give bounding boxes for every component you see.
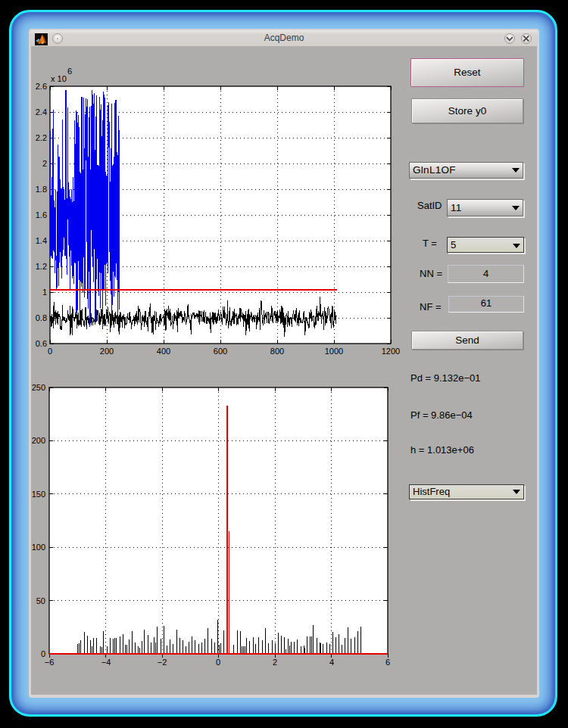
svg-text:200: 200 [100,347,114,356]
svg-text:2.6: 2.6 [36,82,47,91]
svg-text:2: 2 [273,658,277,667]
svg-text:0: 0 [48,347,52,356]
svg-text:−4: −4 [101,658,111,667]
svg-text:100: 100 [32,543,45,552]
svg-text:2: 2 [42,159,47,168]
svg-text:2.4: 2.4 [36,107,47,117]
svg-text:−6: −6 [45,658,55,667]
svg-text:600: 600 [214,347,227,356]
svg-text:−2: −2 [158,658,167,667]
svg-text:50: 50 [36,596,45,605]
svg-text:0.8: 0.8 [36,313,47,322]
svg-text:400: 400 [157,347,170,356]
svg-text:0: 0 [216,658,220,667]
svg-text:800: 800 [270,347,284,356]
svg-text:2.2: 2.2 [36,133,47,142]
svg-text:1200: 1200 [382,347,400,356]
svg-text:6: 6 [385,658,390,667]
svg-text:1: 1 [42,288,47,297]
svg-text:1.6: 1.6 [36,210,47,219]
svg-text:x 10: x 10 [51,74,67,83]
svg-text:4: 4 [329,658,334,667]
svg-text:150: 150 [32,490,45,499]
svg-text:200: 200 [32,436,45,445]
svg-text:1000: 1000 [325,347,343,356]
svg-text:0.6: 0.6 [36,339,47,348]
svg-text:250: 250 [32,383,45,392]
svg-text:1.4: 1.4 [36,236,47,245]
svg-text:1.2: 1.2 [36,262,47,271]
svg-text:1.8: 1.8 [36,185,47,194]
svg-text:6: 6 [67,67,72,76]
